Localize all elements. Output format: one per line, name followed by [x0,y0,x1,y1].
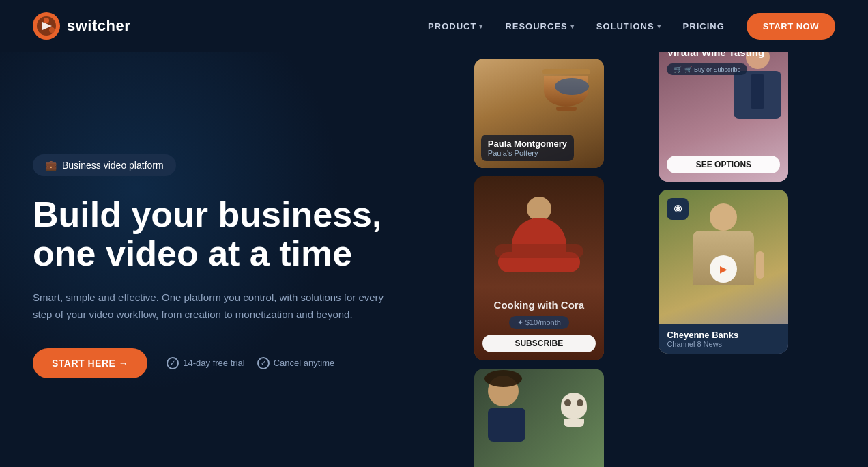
news-anchor-name: Cheyenne Banks [667,330,780,340]
chevron-down-icon: ▾ [657,23,661,30]
start-now-button[interactable]: START NOW [747,13,835,40]
cooking-person-visual [512,197,566,272]
card-cooking: Cooking with Cora ✦ $10/month SUBSCRIBE [474,176,604,360]
svg-point-3 [49,27,55,33]
wine-see-options-button[interactable]: SEE OPTIONS [667,156,780,173]
nav-product[interactable]: PRODUCT ▾ [428,21,483,31]
channel-icon: ⑧ [674,203,682,214]
svg-point-2 [44,18,49,23]
trust-item-trial: ✓ 14-day free trial [167,357,244,369]
news-channel-badge: ⑧ [667,198,689,220]
chevron-down-icon: ▾ [479,23,483,30]
wine-title: Virtual Wine Tasting [667,52,780,58]
card-art [474,369,604,467]
card-news: ⑧ ▶ Cheyenne Banks Channel 8 News [659,190,788,354]
hero-content: 💼 Business video platform Build your bus… [33,52,474,467]
cta-row: START HERE → ✓ 14-day free trial ✓ Cance… [33,348,474,378]
nav-resources[interactable]: RESOURCES ▾ [505,21,574,31]
wine-overlay: Virtual Wine Tasting 🛒 🛒 Buy or Subscrib… [667,52,780,75]
hero-badge: 💼 Business video platform [33,154,176,176]
cooking-title: Cooking with Cora [494,299,585,311]
pottery-channel: Paula's Pottery [488,149,567,157]
start-here-button[interactable]: START HERE → [33,348,147,378]
chevron-down-icon: ▾ [570,23,575,30]
news-channel-name: Channel 8 News [667,340,780,348]
nav-solutions[interactable]: SOLUTIONS ▾ [596,21,661,31]
logo-icon [33,12,60,40]
check-icon: ✓ [167,357,179,369]
check-icon: ✓ [257,357,270,369]
wine-buy-badge: 🛒 🛒 Buy or Subscribe [667,63,747,75]
badge-text: Business video platform [62,160,164,171]
cart-icon: 🛒 [674,66,682,73]
hero-cards: Paula Montgomery Paula's Pottery [474,52,835,467]
news-play-button[interactable]: ▶ [710,255,737,283]
card-wine: Virtual Wine Tasting 🛒 🛒 Buy or Subscrib… [659,52,788,182]
hero-title: Build your business, one video at a time [33,195,474,273]
art-skull-visual [561,393,587,427]
cards-column-right: Virtual Wine Tasting 🛒 🛒 Buy or Subscrib… [659,52,835,354]
pottery-name: Paula Montgomery [488,139,567,149]
trust-item-cancel: ✓ Cancel anytime [257,357,335,369]
news-footer: Cheyenne Banks Channel 8 News [659,324,788,354]
card-pottery: Paula Montgomery Paula's Pottery [474,59,604,168]
nav-links: PRODUCT ▾ RESOURCES ▾ SOLUTIONS ▾ PRICIN… [428,13,835,40]
briefcase-icon: 💼 [45,160,57,171]
art-person-visual [488,376,525,442]
hero-section: 💼 Business video platform Build your bus… [0,52,868,467]
logo[interactable]: switcher [33,12,130,40]
trust-items: ✓ 14-day free trial ✓ Cancel anytime [167,357,334,369]
nav-pricing[interactable]: PRICING [683,21,725,31]
pottery-info: Paula Montgomery Paula's Pottery [481,135,574,161]
brand-name: switcher [67,17,130,35]
hero-description: Smart, simple and effective. One platfor… [33,289,388,324]
cooking-subscribe-button[interactable]: SUBSCRIBE [482,335,596,352]
navbar: switcher PRODUCT ▾ RESOURCES ▾ SOLUTIONS… [0,0,868,52]
cooking-price: ✦ $10/month [509,316,569,329]
play-icon: ▶ [720,264,727,274]
cards-column-left: Paula Montgomery Paula's Pottery [474,59,651,467]
